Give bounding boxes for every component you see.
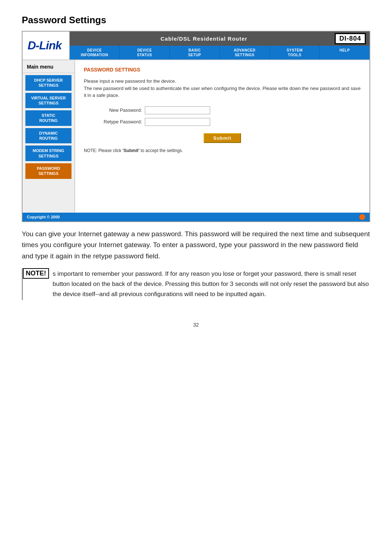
note-text: NOTE: Please click 'Submit' to accept th…: [84, 148, 361, 153]
sidebar-item-static-routing[interactable]: STATICROUTING: [25, 110, 72, 126]
router-footer: Copyright © 2000: [23, 213, 369, 221]
retype-password-label: Retype Password:: [84, 119, 142, 124]
sidebar-item-dhcp-server[interactable]: DHCP SERVERSETTINGS: [25, 75, 72, 91]
tab-device-information[interactable]: DEVICEINFORMATION: [70, 46, 120, 60]
body-description: You can give your Internet gateway a new…: [22, 229, 370, 262]
router-title-bar: Cable/DSL Residential Router DI-804: [70, 32, 369, 46]
submit-row: Submit: [84, 133, 361, 143]
note-content-text: s important to remember your password. I…: [53, 270, 369, 298]
nav-tabs: DEVICEINFORMATION DEVICESTATUS BASICSETU…: [70, 46, 369, 60]
description-text: Please input a new password for the devi…: [84, 78, 361, 99]
tab-system-tools[interactable]: SYSTEMTOOLS: [270, 46, 320, 60]
submit-button[interactable]: Submit: [204, 133, 241, 143]
model-badge: DI-804: [335, 33, 366, 44]
tab-device-status[interactable]: DEVICESTATUS: [120, 46, 170, 60]
router-title-text: Cable/DSL Residential Router: [73, 36, 335, 42]
new-password-input[interactable]: [145, 106, 210, 114]
page-number: 32: [22, 322, 370, 328]
note-block: NOTE! s important to remember your passw…: [22, 268, 370, 300]
sidebar-item-virtual-server[interactable]: VIRTUAL SERVERSETTINGS: [25, 93, 72, 108]
copyright-text: Copyright © 2000: [27, 215, 60, 219]
footer-indicator: [359, 214, 365, 220]
router-frame: D-Link Cable/DSL Residential Router DI-8…: [22, 31, 370, 222]
router-body: Main menu DHCP SERVERSETTINGS VIRTUAL SE…: [23, 60, 369, 213]
logo-text: D-Link: [28, 39, 62, 52]
note-label: NOTE!: [23, 268, 49, 279]
sidebar-main-menu-label: Main menu: [23, 60, 74, 73]
note-content: s important to remember your password. I…: [53, 268, 370, 300]
sidebar-item-modem-string[interactable]: MODEM STRINGSETTINGS: [25, 146, 72, 161]
sidebar: Main menu DHCP SERVERSETTINGS VIRTUAL SE…: [23, 60, 75, 213]
new-password-label: New Password:: [84, 107, 142, 113]
router-header: D-Link Cable/DSL Residential Router DI-8…: [23, 32, 369, 60]
dlink-logo: D-Link: [23, 32, 70, 60]
sidebar-item-password-settings[interactable]: PASSWORDSETTINGS: [25, 163, 72, 179]
tab-basic-setup[interactable]: BASICSETUP: [170, 46, 220, 60]
section-title: PASSWORD SETTINGS: [84, 67, 361, 73]
retype-password-input[interactable]: [145, 118, 210, 126]
new-password-row: New Password:: [84, 106, 361, 114]
sidebar-item-dynamic-routing[interactable]: DYNAMICROUTING: [25, 128, 72, 144]
page-title: Password Settings: [22, 15, 370, 26]
header-right: Cable/DSL Residential Router DI-804 DEVI…: [70, 32, 369, 60]
retype-password-row: Retype Password:: [84, 118, 361, 126]
main-content: PASSWORD SETTINGS Please input a new pas…: [75, 60, 369, 213]
tab-help[interactable]: HELP: [320, 46, 369, 60]
tab-advanced-settings[interactable]: ADVANCEDSETTINGS: [220, 46, 270, 60]
